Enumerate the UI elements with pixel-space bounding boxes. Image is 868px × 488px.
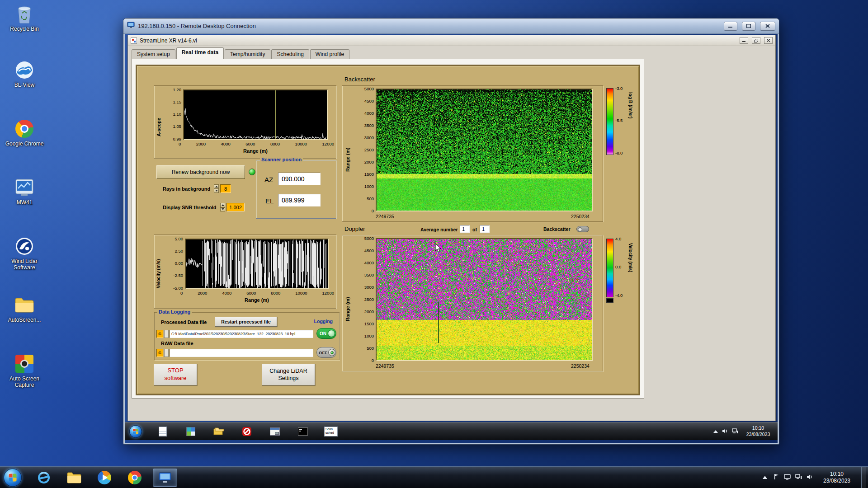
processed-browse-icon[interactable] (164, 330, 169, 338)
doppler-heatmap (376, 238, 593, 361)
desktop-icon-wind-lidar[interactable]: Wind Lidar Software (3, 236, 46, 271)
tick-label: 3000 (364, 136, 374, 140)
remote-taskbar-scan-sched-icon[interactable]: Scan sched (323, 424, 339, 439)
tick-label: -5.00 (173, 286, 183, 291)
doppler-colorbar-out-of-range (606, 298, 613, 303)
processed-logging-toggle-on[interactable]: ON (316, 328, 336, 339)
average-number-field[interactable]: 1 (460, 225, 470, 233)
el-value-field[interactable]: 089.999 (278, 194, 321, 206)
host-clock[interactable]: 10:10 23/08/2023 (817, 471, 856, 484)
stop-software-button[interactable]: STOP software (154, 364, 197, 385)
network-icon[interactable] (795, 474, 802, 482)
backscatter-heatmap (376, 89, 593, 211)
tick-label: 3000 (364, 285, 374, 290)
tick-label: 4.0 (615, 237, 621, 241)
ascope-y-axis-label: A-scope (156, 97, 161, 136)
remote-network-icon[interactable] (732, 427, 738, 436)
remote-taskbar-stop-icon[interactable] (239, 424, 255, 439)
renew-background-button[interactable]: Renew background now (156, 165, 245, 179)
logging-label: Logging (314, 319, 333, 324)
rdp-minimize-button[interactable] (724, 22, 737, 31)
remote-volume-icon[interactable] (722, 427, 728, 436)
remote-taskbar-print-window-icon[interactable] (267, 424, 283, 439)
raw-drive-button[interactable]: C (156, 349, 163, 357)
of-label: of (472, 227, 477, 232)
desktop-icon-recycle-bin[interactable]: Recycle Bin (3, 4, 46, 33)
rdp-maximize-button[interactable] (742, 22, 755, 31)
tab-temp-humidity[interactable]: Temp/humidity (225, 49, 270, 59)
rdp-close-button[interactable] (760, 22, 775, 31)
tick-label: 12000 (322, 142, 334, 146)
doppler-y-axis-label: Range (m) (345, 281, 350, 321)
remote-start-button[interactable] (129, 425, 142, 438)
taskbar-rdp-icon[interactable] (153, 469, 177, 487)
desktop-icon-bl-view[interactable]: BL-View (3, 60, 46, 89)
show-desktop-button[interactable] (861, 467, 866, 488)
processed-path-field[interactable]: C:\Lidar\Data\Proc\2023\202308\20230829\… (170, 330, 313, 338)
taskbar-explorer-icon[interactable] (62, 469, 86, 487)
tick-label: 4000 (222, 291, 231, 296)
rays-value-field[interactable]: 8 (220, 184, 231, 193)
display-backscatter-toggle[interactable] (576, 226, 589, 232)
volume-icon[interactable] (807, 474, 813, 482)
tab-scheduling[interactable]: Scheduling (271, 49, 309, 59)
remote-taskbar-notes-icon[interactable] (155, 424, 171, 439)
doppler-colorbar-label: Velocity (m/s) (628, 243, 633, 297)
raw-path-field[interactable] (170, 349, 313, 357)
remote-taskbar-console-icon[interactable] (295, 424, 311, 439)
tab-wind-profile[interactable]: Wind profile (310, 49, 349, 59)
tick-label: 12000 (322, 291, 334, 296)
snr-value-field[interactable]: 1.002 (226, 203, 245, 211)
remote-taskbar-folders-icon[interactable] (211, 424, 227, 439)
app-restore-button[interactable] (752, 37, 760, 44)
rdp-session-tray-icon[interactable] (784, 474, 791, 482)
tick-label: 5.00 (175, 237, 184, 241)
az-value-field[interactable]: 090.000 (278, 173, 321, 185)
average-number-label: Average number (420, 227, 458, 232)
tab-system-setup[interactable]: System setup (132, 49, 175, 59)
doppler-colorbar-ticks: 4.00.0-4.0 (615, 237, 627, 297)
remote-taskbar: Scan sched 10:10 23/08/2023 (125, 422, 778, 440)
taskbar-chrome-icon[interactable] (123, 469, 147, 487)
raw-logging-toggle-off[interactable]: OFF (316, 347, 336, 358)
desktop-icon-auto-screen-capture[interactable]: Auto Screen Capture (3, 353, 46, 389)
app-minimize-button[interactable] (740, 37, 748, 44)
tick-label: -8.0 (615, 151, 623, 155)
remote-taskbar-app-grid-icon[interactable] (183, 424, 199, 439)
desktop-icon-autoscreen-folder[interactable]: AutoScreen... (3, 295, 46, 324)
action-center-flag-icon[interactable] (774, 474, 779, 482)
app-close-button[interactable] (764, 37, 773, 44)
restart-processed-file-button[interactable]: Restart processed file (215, 317, 277, 327)
taskbar-ie-icon[interactable] (32, 469, 56, 487)
tick-label: 10000 (295, 142, 307, 146)
snr-spinner[interactable] (220, 203, 225, 211)
rays-in-background-label: Rays in background (163, 186, 210, 192)
tick-label: 1.15 (173, 100, 182, 104)
tick-label: 6000 (245, 142, 255, 146)
taskbar-media-player-icon[interactable] (92, 469, 117, 487)
start-button[interactable] (4, 469, 22, 487)
change-lidar-settings-button[interactable]: Change LiDAR Settings (262, 364, 315, 385)
lidar-panel: A-scope 1.201.151.101.050.99 02000400060… (136, 65, 640, 395)
rays-spinner[interactable] (214, 184, 219, 193)
desktop-icon-mw41[interactable]: MW41 (3, 177, 46, 206)
app-window-title: StreamLine XR v14-6.vi (140, 38, 737, 44)
icon-label: Wind Lidar Software (3, 258, 46, 271)
remote-tray-expand-icon[interactable] (713, 430, 718, 433)
app-titlebar[interactable]: StreamLine XR v14-6.vi (128, 35, 775, 46)
raw-browse-icon[interactable] (164, 349, 169, 357)
tray-expand-icon[interactable] (763, 476, 767, 479)
average-of-count-field[interactable]: 1 (480, 225, 490, 233)
processed-drive-button[interactable]: C (156, 330, 163, 338)
tab-real-time-data[interactable]: Real time data (176, 47, 224, 59)
desktop-icon-chrome[interactable]: Google Chrome (3, 118, 46, 147)
rdp-titlebar[interactable]: 192.168.0.150 - Remote Desktop Connectio… (123, 19, 779, 34)
remote-clock[interactable]: 10:10 23/08/2023 (742, 425, 774, 437)
backscatter-y-axis-label: Range (m) (345, 131, 350, 172)
bl-view-icon (14, 60, 35, 80)
backscatter-colorbar (606, 88, 613, 155)
tick-label: 0 (180, 291, 183, 296)
tick-label: 5000 (364, 87, 374, 91)
rdp-window: 192.168.0.150 - Remote Desktop Connectio… (123, 18, 779, 445)
backscatter-x-start: 2249735 (376, 214, 394, 219)
